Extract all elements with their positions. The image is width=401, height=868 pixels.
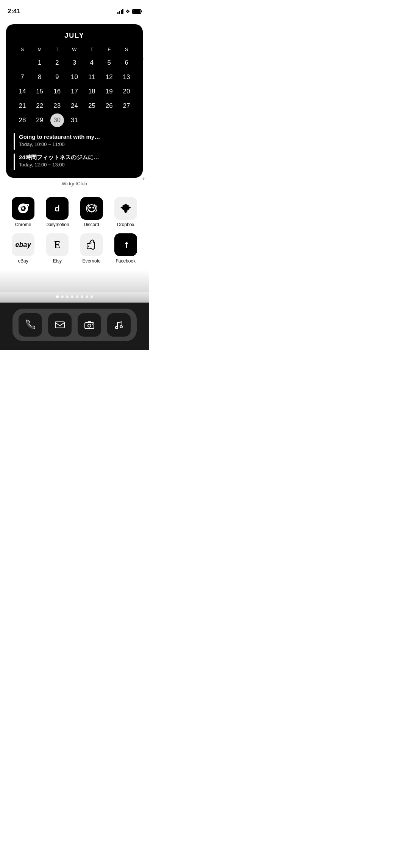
day-18[interactable]: 18 — [83, 85, 100, 98]
calendar-week-1: 1 2 3 4 5 6 — [14, 56, 135, 70]
day-29[interactable]: 29 — [31, 113, 48, 127]
day-11[interactable]: 11 — [83, 70, 100, 84]
dock: 📞 — [12, 309, 137, 341]
day-23[interactable]: 23 — [48, 99, 66, 113]
day-1[interactable]: 1 — [31, 56, 48, 70]
app-item-evernote[interactable]: Evernote — [76, 233, 107, 264]
day-25[interactable]: 25 — [83, 99, 100, 113]
day-31[interactable]: 31 — [66, 113, 83, 127]
app-grid-row1: Chrome d Dailymotion — [6, 197, 143, 227]
weekday-mon: M — [31, 45, 48, 54]
svg-rect-23 — [85, 323, 94, 329]
day-empty — [14, 56, 31, 70]
svg-point-26 — [115, 326, 118, 329]
page-dot-7[interactable] — [86, 295, 88, 298]
svg-point-27 — [120, 326, 122, 328]
day-30-today[interactable]: 30 — [50, 113, 64, 127]
event-2-bar — [14, 154, 15, 170]
etsy-icon[interactable]: E — [46, 233, 69, 256]
page-dot-6[interactable] — [81, 295, 83, 298]
page-dot-5[interactable] — [76, 295, 78, 298]
day-24[interactable]: 24 — [66, 99, 83, 113]
dock-music-icon[interactable] — [107, 313, 131, 337]
day-21[interactable]: 21 — [14, 99, 31, 113]
day-3[interactable]: 3 — [66, 56, 83, 70]
day-12[interactable]: 12 — [100, 70, 118, 84]
event-1[interactable]: Going to restaurant with my… Today, 10:0… — [14, 133, 135, 150]
svg-point-25 — [92, 324, 93, 325]
status-time: 2:41 — [8, 8, 20, 15]
calendar-week-5: 28 29 30 31 — [14, 113, 135, 127]
day-empty-3 — [100, 113, 118, 127]
day-7[interactable]: 7 — [14, 70, 31, 84]
app-item-etsy[interactable]: E Etsy — [42, 233, 73, 264]
app-item-chrome[interactable]: Chrome — [8, 197, 39, 227]
event-1-time: Today, 10:00 ~ 11:00 — [19, 141, 135, 147]
day-19[interactable]: 19 — [100, 85, 118, 98]
calendar-week-2: 7 8 9 10 11 12 13 — [14, 70, 135, 84]
day-16[interactable]: 16 — [48, 85, 66, 98]
etsy-label: Etsy — [53, 258, 62, 264]
day-5[interactable]: 5 — [100, 56, 118, 70]
app-item-dropbox[interactable]: Dropbox — [110, 197, 141, 227]
day-30-wrapper[interactable]: 30 — [48, 113, 66, 127]
page-dot-3[interactable] — [66, 295, 69, 298]
day-14[interactable]: 14 — [14, 85, 31, 98]
day-10[interactable]: 10 — [66, 70, 83, 84]
day-4[interactable]: 4 — [83, 56, 100, 70]
svg-point-6 — [22, 207, 24, 210]
event-2-content: 24時間フィットネスのジムに… Today, 12:00 ~ 13:00 — [19, 154, 135, 168]
day-26[interactable]: 26 — [100, 99, 118, 113]
discord-icon[interactable] — [80, 197, 103, 220]
facebook-label: Facebook — [116, 258, 136, 264]
widget-club-label: WidgetClub — [6, 181, 143, 186]
dock-mail-icon[interactable] — [48, 313, 72, 337]
calendar-widget[interactable]: JULY S M T W T F S 1 2 3 4 5 6 — [6, 24, 143, 178]
app-item-facebook[interactable]: f Facebook — [110, 233, 141, 264]
page-dot-1[interactable] — [56, 295, 59, 298]
svg-point-11 — [92, 207, 94, 209]
dailymotion-icon[interactable]: d — [46, 197, 69, 220]
calendar-grid: S M T W T F S 1 2 3 4 5 6 7 8 — [14, 45, 135, 127]
page-dot-2[interactable] — [61, 295, 64, 298]
day-9[interactable]: 9 — [48, 70, 66, 84]
dropbox-label: Dropbox — [117, 222, 134, 227]
dock-area: 📞 — [0, 303, 149, 350]
day-6[interactable]: 6 — [118, 56, 135, 70]
ebay-icon[interactable]: ebay — [12, 233, 34, 256]
dock-phone-icon[interactable]: 📞 — [19, 313, 42, 337]
event-2[interactable]: 24時間フィットネスのジムに… Today, 12:00 ~ 13:00 — [14, 154, 135, 170]
svg-marker-16 — [124, 211, 128, 213]
svg-point-9 — [88, 205, 95, 211]
chrome-icon[interactable] — [12, 197, 34, 220]
evernote-icon[interactable] — [80, 233, 103, 256]
day-8[interactable]: 8 — [31, 70, 48, 84]
calendar-events: Going to restaurant with my… Today, 10:0… — [14, 133, 135, 170]
app-item-ebay[interactable]: ebay eBay — [8, 233, 39, 264]
dock-camera-icon[interactable] — [78, 313, 101, 337]
day-27[interactable]: 27 — [118, 99, 135, 113]
svg-text:d: d — [55, 204, 60, 213]
dropbox-icon[interactable] — [114, 197, 137, 220]
day-17[interactable]: 17 — [66, 85, 83, 98]
page-dot-4[interactable] — [71, 295, 73, 298]
app-item-discord[interactable]: Discord — [76, 197, 107, 227]
page-dot-8[interactable] — [90, 295, 93, 298]
day-28[interactable]: 28 — [14, 113, 31, 127]
app-item-dailymotion[interactable]: d Dailymotion — [42, 197, 73, 227]
status-bar: 2:41 ❖ — [0, 0, 149, 18]
discord-label: Discord — [84, 222, 99, 227]
day-13[interactable]: 13 — [118, 70, 135, 84]
event-1-content: Going to restaurant with my… Today, 10:0… — [19, 133, 135, 147]
svg-rect-22 — [55, 322, 64, 328]
weekday-fri: F — [100, 45, 118, 54]
signal-icon — [117, 9, 124, 14]
weekday-sat: S — [118, 45, 135, 54]
day-20[interactable]: 20 — [118, 85, 135, 98]
facebook-icon[interactable]: f — [114, 233, 137, 256]
day-2[interactable]: 2 — [48, 56, 66, 70]
battery-icon — [132, 9, 141, 14]
day-22[interactable]: 22 — [31, 99, 48, 113]
calendar-week-4: 21 22 23 24 25 26 27 — [14, 99, 135, 113]
day-15[interactable]: 15 — [31, 85, 48, 98]
